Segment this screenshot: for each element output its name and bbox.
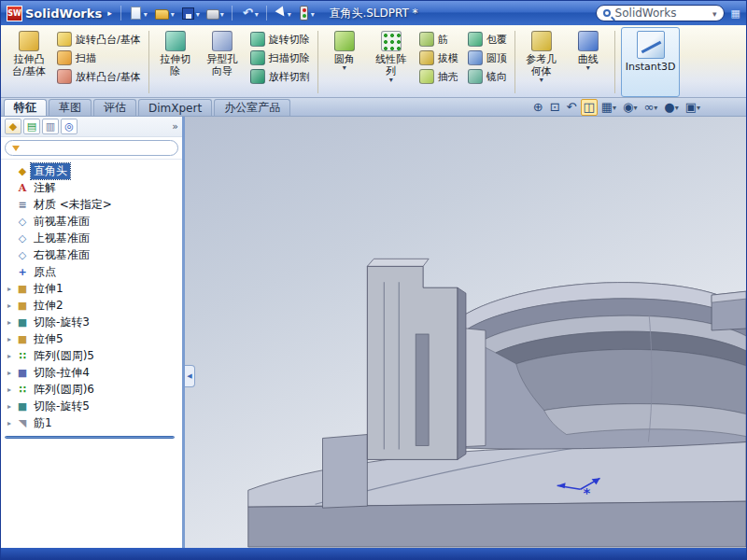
ribbon-separator	[514, 31, 515, 93]
extrude-cut-button[interactable]: 拉伸切 除	[152, 27, 199, 97]
revolve-boss-button[interactable]: 旋转凸台/基体	[54, 32, 144, 47]
previous-view-button[interactable]: ↶	[564, 99, 580, 116]
fillet-button[interactable]: 圆角	[321, 27, 368, 97]
search-box[interactable]: SolidWorks	[596, 5, 725, 21]
tree-item[interactable]: + 原点	[1, 263, 182, 280]
tree-item[interactable]: ▸ ■ 切除-拉伸4	[1, 364, 182, 381]
status-bar	[1, 548, 746, 559]
edit-appearance-button[interactable]: ●▾	[661, 99, 681, 116]
rib-button[interactable]: 筋	[416, 32, 461, 47]
filter-row	[1, 137, 182, 160]
tree-item[interactable]: A 注解	[1, 179, 182, 196]
tree-item[interactable]: ◇ 右视基准面	[1, 246, 182, 263]
command-tab[interactable]: DimXpert	[138, 99, 212, 116]
expand-arrow-icon[interactable]: ▸	[5, 335, 14, 343]
expand-arrow-icon[interactable]: ▸	[5, 285, 14, 293]
expand-arrow-icon[interactable]: ▸	[5, 352, 14, 360]
command-tab[interactable]: 评估	[93, 99, 136, 116]
command-tab[interactable]: 特征	[4, 99, 47, 116]
rebuild-button[interactable]	[296, 4, 317, 22]
wrap-label: 包覆	[486, 33, 507, 47]
new-dropdown-icon[interactable]	[143, 7, 148, 20]
dimxpertmanager-tab[interactable]: ◎	[61, 119, 78, 134]
tree-item[interactable]: ▸ ■ 切除-旋转3	[1, 314, 182, 330]
expand-arrow-icon[interactable]: ▸	[5, 385, 14, 394]
expand-arrow-icon[interactable]: ▸	[5, 301, 14, 310]
shell-button[interactable]: 抽壳	[416, 69, 461, 84]
revolve-cut-button[interactable]: 旋转切除	[247, 32, 313, 47]
toolbar-separator	[120, 6, 121, 21]
new-button[interactable]	[127, 4, 149, 22]
tree-item[interactable]: ▸ ∷ 阵列(圆周)6	[1, 381, 182, 398]
propertymanager-tab[interactable]: ▤	[23, 119, 40, 134]
tree-item[interactable]: ▸ ■ 切除-旋转5	[1, 398, 182, 414]
rollback-bar[interactable]	[5, 436, 175, 439]
graphics-viewport[interactable]: *	[185, 117, 746, 548]
sweep-button[interactable]: 扫描	[54, 50, 144, 65]
configurationmanager-tab[interactable]: ▥	[42, 119, 59, 134]
expand-arrow-icon[interactable]: ▸	[5, 419, 14, 427]
command-tab[interactable]: 草图	[49, 99, 92, 116]
tree-item[interactable]: ▸ ∷ 阵列(圆周)5	[1, 347, 182, 364]
toolbar-options-icon[interactable]	[731, 7, 740, 20]
hole-wizard-button[interactable]: 异型孔 向导	[199, 27, 246, 97]
featuremanager-tab[interactable]: ◆	[5, 119, 21, 134]
tree-item[interactable]: ≡ 材质 <未指定>	[1, 196, 182, 213]
print-button[interactable]	[204, 4, 226, 22]
reference-geometry-button[interactable]: 参考几 何体	[518, 27, 565, 97]
model-3d[interactable]: *	[185, 117, 746, 548]
panel-collapse-arrow[interactable]	[185, 365, 195, 387]
linear-pattern-dropdown-icon[interactable]	[389, 77, 393, 83]
zoom-area-button[interactable]: ⊡	[547, 99, 563, 116]
mirror-button[interactable]: 镜向	[465, 69, 510, 84]
tree-item[interactable]: ▸ ■ 拉伸5	[1, 330, 182, 347]
save-dropdown-icon[interactable]	[195, 7, 200, 20]
search-dropdown-icon[interactable]	[712, 7, 717, 20]
view-orientation-button[interactable]: ▦▾	[599, 99, 619, 116]
extrude-cut-label: 拉伸切 除	[160, 53, 190, 77]
menu-expand-arrow[interactable]	[105, 8, 115, 18]
loft-boss-button[interactable]: 放样凸台/基体	[54, 69, 144, 84]
apply-scene-button[interactable]: ▣▾	[683, 99, 703, 116]
filter-input[interactable]	[5, 140, 178, 156]
sweep-cut-button[interactable]: 扫描切除	[247, 50, 313, 65]
tree-item[interactable]: ◇ 上视基准面	[1, 230, 182, 246]
expand-arrow-icon[interactable]: ▸	[5, 318, 14, 327]
extrude-boss-button[interactable]: 拉伸凸 台/基体	[6, 27, 52, 97]
tree-item-icon: ∷	[16, 350, 29, 362]
section-view-button[interactable]: ◫	[581, 99, 598, 116]
draft-button[interactable]: 拔模	[416, 50, 461, 65]
tree-item-label: 切除-旋转5	[31, 399, 92, 414]
tree-item[interactable]: ▸ ■ 拉伸2	[1, 297, 182, 314]
tree-item[interactable]: ▸ ◥ 筋1	[1, 414, 182, 431]
loft-cut-button[interactable]: 放样切割	[247, 69, 313, 84]
save-button[interactable]	[179, 4, 202, 22]
open-button[interactable]	[152, 4, 176, 22]
command-tab[interactable]: 办公室产品	[214, 99, 290, 116]
zoom-fit-button[interactable]: ⊕	[530, 99, 546, 116]
manager-tabs-overflow-icon[interactable]: »	[172, 120, 178, 133]
hide-show-items-button[interactable]: ∞▾	[641, 99, 660, 116]
select-button[interactable]	[273, 4, 293, 22]
expand-arrow-icon[interactable]: ▸	[5, 402, 14, 411]
rebuild-dropdown-icon[interactable]	[310, 7, 315, 20]
dome-button[interactable]: 圆顶	[465, 50, 510, 65]
open-dropdown-icon[interactable]	[170, 7, 175, 20]
undo-button[interactable]	[238, 4, 261, 22]
expand-arrow-icon[interactable]: ▸	[5, 369, 14, 377]
print-dropdown-icon[interactable]	[219, 7, 224, 20]
linear-pattern-button[interactable]: 线性阵 列	[368, 27, 415, 97]
tree-item[interactable]: ◆ 直角头	[1, 162, 182, 179]
display-style-button[interactable]: ◉▾	[620, 99, 640, 116]
wrap-button[interactable]: 包覆	[465, 32, 510, 47]
instant3d-button[interactable]: Instant3D	[621, 27, 681, 97]
curves-dropdown-icon[interactable]	[586, 65, 590, 71]
tree-item[interactable]: ◇ 前视基准面	[1, 213, 182, 230]
curves-button[interactable]: 曲线	[565, 27, 612, 97]
tree-item-icon: ■	[16, 333, 29, 345]
tree-item[interactable]: ▸ ■ 拉伸1	[1, 280, 182, 297]
rib-label: 筋	[438, 33, 448, 47]
reference-geometry-dropdown-icon[interactable]	[540, 77, 543, 83]
undo-dropdown-icon[interactable]	[254, 7, 259, 20]
fillet-dropdown-icon[interactable]	[343, 65, 346, 71]
